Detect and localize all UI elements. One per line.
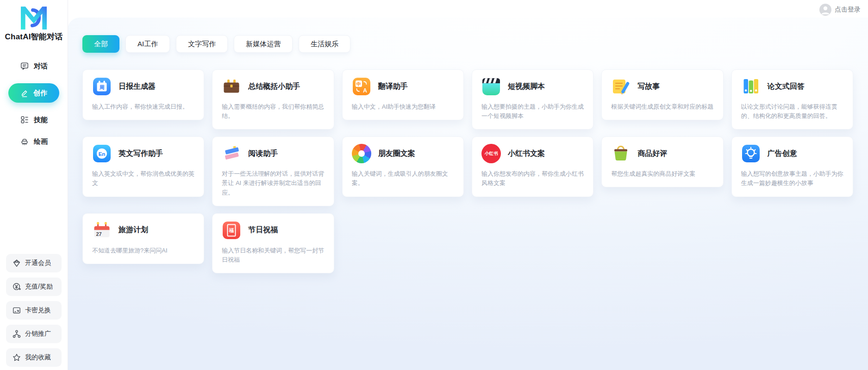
chat-bubble-icon — [20, 62, 29, 71]
card-essay-answer[interactable]: 论文式回答 以论文形式讨论问题，能够获得连贯的、结构化的和更高质量的回答。 — [731, 69, 853, 130]
card-title: 旅游计划 — [119, 225, 148, 235]
gem-icon — [12, 259, 21, 268]
sidebar-item-chat[interactable]: 对话 — [20, 62, 48, 71]
calendar-icon: 27 — [92, 221, 112, 240]
card-desc: 输入你想发布的内容，帮你生成小红书风格文案 — [481, 169, 584, 188]
tab-ai-work[interactable]: AI工作 — [125, 35, 170, 53]
shortcut-label: 分销推广 — [25, 330, 51, 338]
card-desc: 输入节日名称和关键词，帮您写一封节日祝福 — [222, 246, 324, 265]
card-daily-report[interactable]: 周 日报生成器 输入工作内容，帮你快速完成日报。 — [82, 69, 204, 120]
card-festival-greeting[interactable]: 福 节日祝福 输入节日名称和关键词，帮您写一封节日祝福 — [212, 213, 334, 273]
card-product-review[interactable]: 商品好评 帮您生成超真实的商品好评文案 — [601, 136, 723, 187]
shortcut-recharge[interactable]: 充值/奖励 — [6, 278, 62, 296]
card-desc: 输入想要拍摄的主题，小助手为你生成一个短视频脚本 — [481, 102, 584, 121]
card-title: 朋友圈文案 — [378, 149, 415, 159]
svg-text:En: En — [99, 151, 106, 157]
card-desc: 帮您生成超真实的商品好评文案 — [611, 169, 713, 179]
card-title: 英文写作助手 — [119, 149, 163, 159]
card-ad-creative[interactable]: 广告创意 输入想写的创意故事主题，小助手为你生成一篇妙趣横生的小故事 — [731, 136, 853, 197]
svg-text:27: 27 — [96, 231, 101, 236]
card-reading-assistant[interactable]: 阅读助手 对于一些无法理解的对话，提供对话背景让 AI 来进行解读并制定出适当的… — [212, 136, 334, 206]
sidebar-item-create[interactable]: 创作 — [8, 83, 59, 103]
card-title: 翻译助手 — [378, 82, 408, 92]
card-title: 小红书文案 — [508, 149, 545, 159]
shortcut-label: 开通会员 — [25, 259, 51, 267]
paintbrush-icon — [20, 137, 29, 146]
svg-text:中: 中 — [356, 81, 361, 86]
card-title: 总结概括小助手 — [248, 82, 300, 92]
lightbulb-icon — [741, 144, 761, 163]
card-english-writing[interactable]: En 英文写作助手 输入英文或中文，帮你润色成优美的英文 — [82, 136, 204, 197]
daily-report-icon: 周 — [92, 77, 112, 96]
avatar-icon — [819, 4, 831, 16]
card-title: 商品好评 — [637, 149, 667, 159]
xiaohongshu-badge-text: 小红书 — [485, 151, 498, 157]
card-desc: 输入关键词，生成吸引人的朋友圈文案。 — [352, 169, 454, 188]
card-title: 节日祝福 — [248, 225, 278, 235]
shortcut-label: 卡密兑换 — [25, 306, 51, 314]
share-network-icon — [12, 329, 21, 339]
card-moments-copy[interactable]: 朋友圈文案 输入关键词，生成吸引人的朋友圈文案。 — [342, 136, 464, 197]
pencil-icon — [20, 89, 29, 97]
binders-icon — [741, 77, 761, 96]
card-desc: 不知道去哪里旅游?来问问AI — [92, 246, 194, 255]
memo-pencil-icon — [611, 77, 631, 96]
sidebar-item-drawing[interactable]: 绘画 — [20, 137, 48, 146]
english-badge-icon: En — [92, 144, 112, 163]
card-desc: 以论文形式讨论问题，能够获得连贯的、结构化的和更高质量的回答。 — [741, 102, 843, 121]
moments-pinwheel-icon — [352, 144, 371, 163]
app-title: ChatAI智能对话 — [0, 31, 68, 42]
skills-grid-icon — [20, 115, 29, 124]
card-translator[interactable]: 中A 翻译助手 输入中文，AI助手快速为您翻译 — [342, 69, 464, 120]
card-title: 写故事 — [637, 82, 660, 92]
translate-icon: 中A — [352, 77, 371, 96]
login-button[interactable]: 点击登录 — [819, 4, 861, 16]
shopping-bag-icon — [611, 144, 631, 163]
nav-label: 绘画 — [34, 137, 48, 146]
svg-text:A: A — [363, 87, 367, 94]
nav-label: 创作 — [33, 89, 47, 98]
card-short-video-script[interactable]: 短视频脚本 输入想要拍摄的主题，小助手为你生成一个短视频脚本 — [472, 69, 593, 130]
card-desc: 输入中文，AI助手快速为您翻译 — [352, 102, 454, 111]
yen-coin-icon — [12, 282, 21, 291]
sidebar: ChatAI智能对话 对话 创作 技能 — [0, 0, 68, 370]
card-title: 短视频脚本 — [508, 82, 545, 92]
card-desc: 根据关键词生成原创文章和对应的标题 — [611, 102, 713, 111]
main-panel: 全部 AI工作 文字写作 新媒体运营 生活娱乐 周 日报生成器 输入工作内容，帮… — [68, 18, 868, 370]
tab-all[interactable]: 全部 — [82, 35, 119, 53]
card-summary-assistant[interactable]: 总结概括小助手 输入需要概括的内容，我们帮你精简总结。 — [212, 69, 334, 130]
card-write-story[interactable]: 写故事 根据关键词生成原创文章和对应的标题 — [601, 69, 723, 120]
festival-icon: 福 — [222, 221, 241, 240]
app-window: ChatAI智能对话 对话 创作 技能 — [0, 0, 868, 370]
shortcut-affiliate[interactable]: 分销推广 — [6, 325, 62, 343]
card-desc: 输入工作内容，帮你快速完成日报。 — [92, 102, 194, 111]
shortcut-vip[interactable]: 开通会员 — [6, 254, 62, 272]
svg-text:福: 福 — [229, 228, 234, 233]
tab-lifestyle[interactable]: 生活娱乐 — [299, 35, 350, 53]
card-title: 论文式回答 — [768, 82, 805, 92]
clapperboard-icon — [481, 77, 501, 96]
tab-new-media[interactable]: 新媒体运营 — [234, 35, 293, 53]
card-desc: 输入想写的创意故事主题，小助手为你生成一篇妙趣横生的小故事 — [741, 169, 843, 188]
sidebar-shortcuts: 开通会员 充值/奖励 卡密兑换 分销推广 — [6, 254, 62, 367]
card-redeem-icon — [12, 306, 21, 315]
shortcut-favorites[interactable]: 我的收藏 — [6, 348, 62, 367]
card-desc: 对于一些无法理解的对话，提供对话背景让 AI 来进行解读并制定出适当的回应。 — [222, 169, 324, 197]
nav-label: 对话 — [34, 62, 48, 71]
tab-text-writing[interactable]: 文字写作 — [176, 35, 228, 53]
shortcut-card-redeem[interactable]: 卡密兑换 — [6, 301, 62, 320]
sidebar-item-skills[interactable]: 技能 — [20, 115, 48, 124]
xiaohongshu-icon: 小红书 — [481, 144, 501, 163]
card-travel-plan[interactable]: 27 旅游计划 不知道去哪里旅游?来问问AI — [82, 213, 204, 264]
tool-card-grid: 周 日报生成器 输入工作内容，帮你快速完成日报。 总结概括小助手 输入需要概括的… — [82, 69, 853, 273]
login-label: 点击登录 — [835, 6, 861, 14]
nav-label: 技能 — [34, 116, 48, 124]
shortcut-label: 充值/奖励 — [25, 283, 53, 291]
card-xiaohongshu-copy[interactable]: 小红书 小红书文案 输入你想发布的内容，帮你生成小红书风格文案 — [472, 136, 593, 197]
sidebar-nav: 对话 创作 技能 绘画 — [0, 62, 68, 146]
card-title: 广告创意 — [768, 149, 797, 159]
books-icon — [222, 144, 241, 163]
card-title: 日报生成器 — [119, 82, 156, 92]
card-desc: 输入需要概括的内容，我们帮你精简总结。 — [222, 102, 324, 121]
category-tabs: 全部 AI工作 文字写作 新媒体运营 生活娱乐 — [82, 35, 853, 53]
